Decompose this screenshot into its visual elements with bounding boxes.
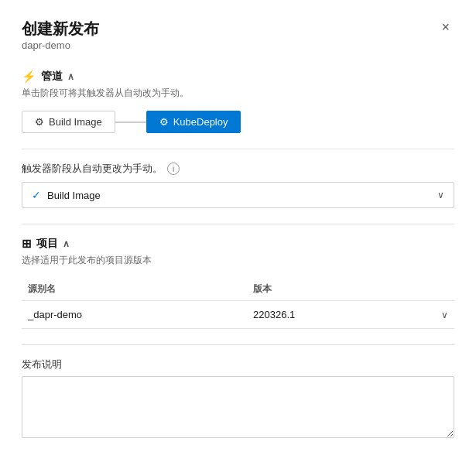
divider-2 [22, 224, 454, 224]
stage-kubedeploy-icon: ⚙ [159, 116, 169, 128]
project-version-chevron[interactable]: ∨ [441, 310, 448, 320]
pipeline-stages: ⚙ Build Image ⚙ KubeDeploy [22, 111, 454, 133]
dialog-header: 创建新发布 dapr-demo × [22, 19, 454, 67]
notes-label: 发布说明 [22, 358, 454, 371]
projects-label: 项目 [36, 237, 58, 251]
divider-1 [22, 149, 454, 149]
trigger-dropdown[interactable]: ✓ Build Image ∨ [22, 182, 454, 208]
stage-build-image[interactable]: ⚙ Build Image [22, 111, 115, 133]
projects-section-header: ⊞ 项目 ∧ [22, 237, 454, 251]
stage-build-image-icon: ⚙ [35, 116, 44, 128]
notes-section: 发布说明 [22, 358, 454, 441]
project-version-cell: 220326.1 ∨ [247, 301, 454, 329]
pipeline-label: 管道 [41, 70, 63, 84]
col-source: 源别名 [22, 278, 247, 301]
trigger-section: 触发器阶段从自动更改为手动。 i ✓ Build Image ∨ [22, 162, 454, 208]
stage-kubedeploy[interactable]: ⚙ KubeDeploy [146, 111, 241, 133]
trigger-chevron-icon: ∨ [437, 190, 444, 200]
project-version-cell-inner: 220326.1 ∨ [253, 309, 448, 320]
divider-3 [22, 344, 454, 345]
table-row: _dapr-demo 220326.1 ∨ [22, 301, 454, 329]
projects-desc: 选择适用于此发布的项目源版本 [22, 254, 454, 267]
stage-connector [115, 122, 146, 123]
trigger-selected-label: Build Image [47, 190, 101, 201]
col-version: 版本 [247, 278, 454, 301]
pipeline-section-header: ⚡ 管道 ∧ [22, 70, 454, 84]
trigger-check-icon: ✓ [32, 189, 41, 201]
dialog-title: 创建新发布 dapr-demo [22, 19, 99, 67]
projects-table-header-row: 源别名 版本 [22, 278, 454, 301]
stage-kubedeploy-label: KubeDeploy [173, 116, 228, 128]
pipeline-desc: 单击阶段可将其触发器从自动改为手动。 [22, 87, 454, 100]
pipeline-collapse-icon[interactable]: ∧ [67, 71, 74, 82]
projects-table: 源别名 版本 _dapr-demo 220326.1 ∨ [22, 278, 454, 329]
notes-textarea[interactable] [22, 376, 454, 438]
trigger-dropdown-left: ✓ Build Image [32, 189, 101, 201]
create-release-dialog: 创建新发布 dapr-demo × ⚡ 管道 ∧ 单击阶段可将其触发器从自动改为… [0, 0, 476, 469]
trigger-info-icon[interactable]: i [167, 163, 180, 175]
projects-section: ⊞ 项目 ∧ 选择适用于此发布的项目源版本 源别名 版本 _dapr-demo … [22, 237, 454, 329]
close-button[interactable]: × [437, 19, 454, 36]
project-source-cell: _dapr-demo [22, 301, 247, 329]
project-version-label: 220326.1 [253, 309, 295, 320]
pipeline-icon: ⚡ [22, 70, 36, 84]
trigger-label-text: 触发器阶段从自动更改为手动。 [22, 162, 163, 176]
projects-icon: ⊞ [22, 237, 32, 251]
stage-build-image-label: Build Image [49, 116, 102, 128]
trigger-label: 触发器阶段从自动更改为手动。 i [22, 162, 454, 176]
projects-collapse-icon[interactable]: ∧ [63, 238, 70, 249]
